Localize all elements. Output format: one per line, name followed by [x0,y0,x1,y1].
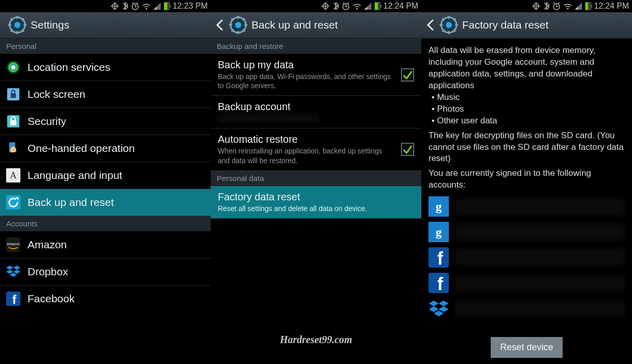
item-automatic-restore[interactable]: Automatic restore When reinstalling an a… [211,128,421,170]
account-row-facebook [428,273,625,293]
account-row-google: g [428,222,625,242]
settings-gear-icon [8,16,27,34]
signal-icon [575,3,582,10]
header: Back up and reset [211,12,421,39]
dropbox-icon [6,265,20,279]
item-label: Back up and reset [28,196,114,209]
item-amazon[interactable]: Amazon [0,231,211,258]
sync-icon [532,2,540,10]
wifi-icon [564,3,572,10]
page-title: Back up and reset [251,19,338,31]
item-label: Language and input [28,169,122,181]
status-time: 12:23 PM [173,2,208,11]
redacted-account [455,300,625,317]
item-factory-data-reset[interactable]: Factory data reset Reset all settings an… [211,186,421,219]
screen-factory-reset: 12:24 PM Factory data reset All data wil… [421,0,632,364]
reset-sd-note: The key for decrypting files on the SD c… [428,130,625,165]
item-label: Amazon [28,239,67,251]
item-back-up-my-data[interactable]: Back up my data Back up app data, Wi-Fi … [211,54,421,96]
alarm-icon [552,2,561,10]
back-button[interactable] [425,12,436,38]
watermark: Hardreset99.com [211,334,421,346]
sync-icon [111,2,119,10]
signal-icon [364,3,371,10]
item-backup-account[interactable]: Backup account [211,96,421,128]
bullet-music: • Music [428,92,625,103]
facebook-icon [428,247,449,268]
item-subtitle: Back up app data, Wi-Fi passwords, and o… [218,72,396,90]
back-button[interactable] [215,12,225,38]
reset-button-bar: Reset device [421,332,632,364]
item-language-input[interactable]: Language and input [0,162,211,189]
lock-icon [6,87,20,101]
padlock-icon [6,114,20,128]
facebook-icon [428,273,449,293]
signal-icon [154,3,161,10]
settings-gear-icon [440,16,458,34]
item-dropbox[interactable]: Dropbox [0,258,211,285]
google-icon: g [428,222,449,242]
dropbox-icon [428,298,449,319]
item-back-up-reset[interactable]: Back up and reset [0,189,211,216]
bullet-photos: • Photos [428,103,625,115]
item-lock-screen[interactable]: Lock screen [0,81,211,108]
item-security[interactable]: Security [0,108,211,135]
reset-body: All data will be erased from device memo… [421,39,632,325]
redacted-account [455,249,625,266]
reset-device-button[interactable]: Reset device [491,337,562,358]
section-personal: Personal [0,39,211,54]
facebook-icon [6,292,20,306]
status-time: 12:24 PM [384,2,418,11]
location-icon [6,60,20,74]
amazon-icon [6,238,20,252]
section-backup-restore: Backup and restore [211,39,421,54]
item-label: One-handed operation [28,142,135,154]
page-title: Factory data reset [462,19,548,31]
reset-warning: All data will be erased from device memo… [428,45,625,92]
wifi-icon [142,3,150,10]
signed-in-note: You are currently signed in to the follo… [428,168,625,191]
wifi-icon [353,3,361,10]
item-title: Back up my data [218,59,396,71]
checkbox-checked[interactable] [401,143,414,156]
item-subtitle: Reset all settings and delete all data o… [218,204,414,213]
header: Settings [0,12,211,39]
redacted-account [455,198,625,215]
page-title: Settings [31,19,69,31]
redacted-account [455,275,625,291]
bluetooth-icon [333,2,339,10]
status-bar: 12:24 PM [211,0,421,12]
account-row-dropbox [428,298,625,319]
checkbox-checked[interactable] [401,68,414,82]
screen-settings: 12:23 PM Settings Personal Location serv… [0,0,211,364]
status-time: 12:24 PM [594,2,629,11]
item-location-services[interactable]: Location services [0,54,211,81]
status-bar: 12:24 PM [421,0,632,12]
item-one-handed[interactable]: One-handed operation [0,135,211,162]
item-subtitle: When reinstalling an application, backed… [218,146,396,165]
item-facebook[interactable]: Facebook [0,285,211,312]
bluetooth-icon [122,2,128,10]
alarm-icon [342,2,350,10]
battery-icon [374,2,381,10]
bluetooth-icon [543,2,549,10]
header: Factory data reset [421,12,632,39]
item-label: Location services [28,61,110,73]
account-row-facebook [428,247,625,268]
sync-icon [321,2,330,10]
item-title: Backup account [218,101,414,113]
bullet-other: • Other user data [428,115,625,127]
redacted-account [218,114,320,123]
backup-icon [6,195,20,210]
alarm-icon [131,2,139,10]
item-label: Security [28,115,66,127]
battery-icon [585,2,591,10]
status-bar: 12:23 PM [0,0,211,12]
google-icon: g [428,196,449,217]
language-icon [6,168,20,183]
item-title: Automatic restore [218,134,396,145]
item-label: Dropbox [28,266,68,278]
battery-icon [164,2,170,10]
item-label: Lock screen [28,88,85,100]
redacted-account [455,224,625,240]
